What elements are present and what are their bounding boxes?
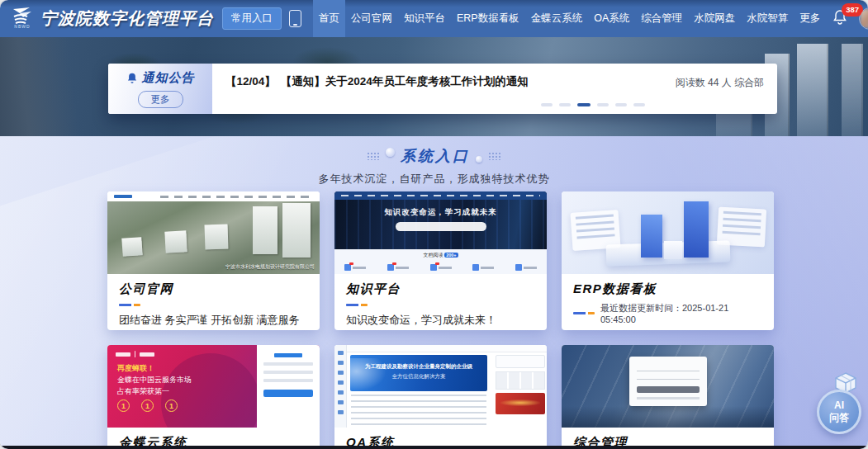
knowledge-thumbnail: 知识改变命运，学习成就未来 文档阅读 200+ <box>334 191 547 274</box>
notification-bell[interactable]: 387 <box>832 9 847 28</box>
circle-decoration <box>476 156 482 163</box>
thumb-site-logo <box>114 195 132 198</box>
card-integrated-management[interactable]: 综合管理 <box>562 345 774 449</box>
card-kingdee-cloud[interactable]: 再度蝉联！ 金蝶在中国云服务市场 占有率荣获第一 1 1 1 金蝶 <box>107 345 320 449</box>
card-knowledge-platform[interactable]: 知识改变命运，学习成就未来 文档阅读 200+ <box>334 191 547 330</box>
notice-item-date: 【12/04】 <box>225 75 276 87</box>
nav-item-kingdee-cloud[interactable]: 金蝶云系统 <box>525 0 589 37</box>
thumb-login-button <box>263 390 313 397</box>
nav-item-management[interactable]: 综合管理 <box>635 0 688 37</box>
title-underline <box>119 304 140 306</box>
pagination-dash[interactable] <box>615 103 627 106</box>
announcement-bell-icon <box>126 72 138 84</box>
thumb-mini-icon <box>344 264 366 271</box>
pagination-dash[interactable] <box>541 103 553 106</box>
nav-item-company-site[interactable]: 公司官网 <box>345 0 398 37</box>
quick-entry-button[interactable]: 常用入口 <box>222 7 282 30</box>
oa-thumbnail: 为工程建设及勘察设计企业量身定制的企业级 全方位信息化解决方案 <box>334 345 547 428</box>
thumb-strip-label: 文档阅读 200+ <box>334 252 547 259</box>
nav-item-erp-dashboard[interactable]: ERP数据看板 <box>451 0 525 37</box>
pagination-dash[interactable] <box>559 103 571 106</box>
thumb-search-bar <box>396 222 486 231</box>
thumb-knowledge-nav <box>334 191 547 200</box>
thumb-building-block <box>282 203 311 258</box>
top-navigation-bar: NBWD 宁波院数字化管理平台 常用入口 首页 公司官网 知识平台 ERP数据看… <box>0 0 868 37</box>
thumb-building-block <box>204 224 228 250</box>
thumb-banner-line1: 再度蝉联！ <box>117 363 154 374</box>
mobile-device-icon[interactable] <box>289 10 301 27</box>
thumb-oa-banner: 为工程建设及勘察设计企业量身定制的企业级 全方位信息化解决方案 <box>350 355 487 391</box>
thumb-login-panel <box>257 345 320 428</box>
strip-label-text: 文档阅读 <box>423 253 443 258</box>
card-title: 公司官网 <box>119 281 308 297</box>
nav-item-smart-compute[interactable]: 水院智算 <box>741 0 794 37</box>
dots-decoration <box>488 152 501 160</box>
nav-item-home[interactable]: 首页 <box>313 0 345 37</box>
ai-button[interactable]: AI 问答 <box>817 390 861 434</box>
main-navigation: 首页 公司官网 知识平台 ERP数据看板 金蝶云系统 OA系统 综合管理 水院网… <box>313 0 826 37</box>
management-thumbnail <box>562 345 774 428</box>
notice-panel-title-text: 通知公告 <box>142 70 195 86</box>
thumb-3d-cube <box>664 241 682 259</box>
data-update-time: 最近数据更新时间：2025-01-21 05:45:00 <box>600 302 762 324</box>
thumb-oa-widget <box>496 355 545 368</box>
thumb-nav-dashes <box>341 195 540 197</box>
card-company-site[interactable]: 宁波市水利水电规划设计研究院有限公司 公司官网 团结奋进 务实严谨 开拓创新 满… <box>107 191 320 330</box>
card-description: 洞察经营动态，数据驱动决策 <box>573 328 762 330</box>
dots-decoration <box>367 152 380 160</box>
pagination-dash[interactable] <box>577 103 591 106</box>
ai-label-line1: AI <box>834 399 844 412</box>
card-info: 知识平台 知识改变命运，学习成就未来！ <box>334 274 547 328</box>
thumb-banner-line2: 金蝶在中国云服务市场 <box>117 375 192 385</box>
thumb-oa-sidebar <box>334 345 347 428</box>
card-title: 知识平台 <box>346 281 535 297</box>
notice-department: 综合部 <box>734 77 764 88</box>
thumb-site-nav <box>160 196 313 198</box>
card-description: 知识改变命运，学习成就未来！ <box>346 313 535 328</box>
thumb-oa-banner-line2: 全方位信息化解决方案 <box>350 373 487 380</box>
thumb-mini-icon <box>430 264 452 271</box>
section-title: 系统入口 <box>401 146 470 166</box>
thumb-medals: 1 1 1 <box>117 399 178 412</box>
hero-building-decoration <box>797 44 828 136</box>
nav-item-more[interactable]: 更多 <box>794 0 826 37</box>
medal-icon: 1 <box>141 399 154 412</box>
notice-item-meta: 阅读数 44 人 综合部 <box>676 76 764 90</box>
notice-read-count: 阅读数 44 人 <box>676 77 732 88</box>
thumb-knowledge-hero: 知识改变命运，学习成就未来 <box>334 200 547 249</box>
thumb-oa-grid <box>496 371 545 390</box>
thumb-login-button <box>637 386 700 393</box>
card-description: 团结奋进 务实严谨 开拓创新 满意服务 <box>119 313 308 328</box>
notice-more-button[interactable]: 更多 <box>138 91 183 108</box>
brand-logo-icon: NBWD <box>10 7 35 31</box>
thumb-site-header <box>107 191 320 201</box>
section-subtitle: 多年技术沉淀，自研产品，形成独特技术优势 <box>0 172 868 187</box>
ai-assistant-widget[interactable]: AI 问答 <box>813 371 865 436</box>
notice-panel: 通知公告 更多 <box>108 64 212 114</box>
thumb-campus-photo: 宁波市水利水电规划设计研究院有限公司 <box>107 201 320 274</box>
thumb-company-caption: 宁波市水利水电规划设计研究院有限公司 <box>225 263 315 271</box>
notice-banner: 通知公告 更多 【12/04】【通知】关于2024年员工年度考核工作计划的通知 … <box>108 64 777 114</box>
thumb-login-form <box>629 357 707 406</box>
nav-item-oa[interactable]: OA系统 <box>588 0 635 37</box>
brand-logo-subtext: NBWD <box>14 24 30 29</box>
card-info: ERP数据看板 最近数据更新时间：2025-01-21 05:45:00 洞察经… <box>562 274 774 330</box>
pagination-dash[interactable] <box>597 103 609 106</box>
nav-item-knowledge[interactable]: 知识平台 <box>398 0 451 37</box>
title-underline <box>573 312 595 314</box>
section-header: 系统入口 多年技术沉淀，自研产品，形成独特技术优势 <box>0 136 868 187</box>
bottom-edge-bar <box>0 446 868 449</box>
notice-content: 【12/04】【通知】关于2024年员工年度考核工作计划的通知 阅读数 44 人… <box>212 64 777 114</box>
erp-thumbnail <box>562 191 774 274</box>
platform-title: 宁波院数字化管理平台 <box>40 7 214 30</box>
card-info: 公司官网 团结奋进 务实严谨 开拓创新 满意服务 <box>107 274 320 328</box>
thumb-building-block <box>253 206 277 254</box>
card-meta-row: 最近数据更新时间：2025-01-21 05:45:00 <box>573 302 762 324</box>
pagination-dash[interactable] <box>633 103 645 106</box>
card-oa-system[interactable]: 为工程建设及勘察设计企业量身定制的企业级 全方位信息化解决方案 OA系统 <box>334 345 547 449</box>
nav-item-netdisk[interactable]: 水院网盘 <box>688 0 741 37</box>
card-erp-dashboard[interactable]: ERP数据看板 最近数据更新时间：2025-01-21 05:45:00 洞察经… <box>562 191 774 330</box>
thumb-knowledge-strip: 文档阅读 200+ <box>334 249 547 274</box>
hero-banner: 通知公告 更多 【12/04】【通知】关于2024年员工年度考核工作计划的通知 … <box>0 37 868 136</box>
thumb-login-hint <box>637 397 700 399</box>
